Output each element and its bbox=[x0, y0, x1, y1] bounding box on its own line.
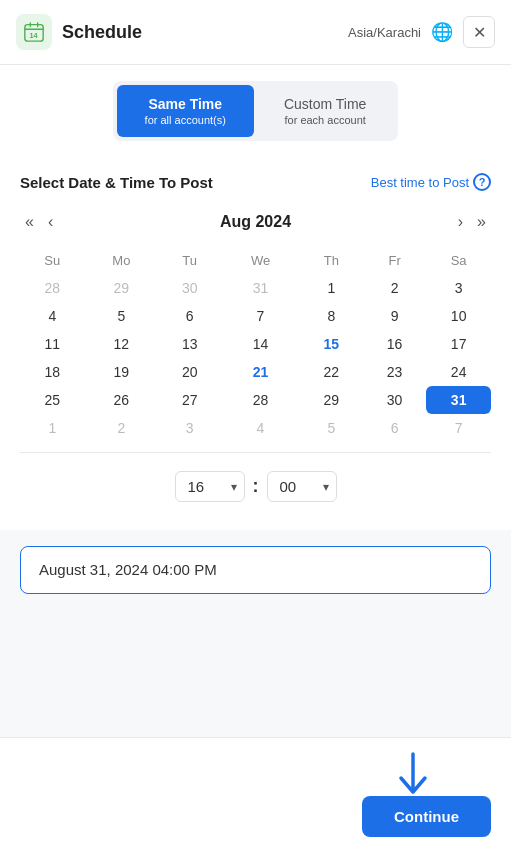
calendar-week-row: 28293031123 bbox=[20, 274, 491, 302]
toggle-section: Same Time for all account(s) Custom Time… bbox=[0, 65, 511, 157]
date-display-section: August 31, 2024 04:00 PM bbox=[0, 530, 511, 610]
minute-select[interactable]: 00153045 bbox=[267, 471, 337, 502]
svg-text:14: 14 bbox=[29, 31, 38, 40]
calendar-day-cell[interactable]: 24 bbox=[426, 358, 491, 386]
app-container: 14 Schedule Asia/Karachi 🌐 ✕ Same Time f… bbox=[0, 0, 511, 851]
calendar-day-cell[interactable]: 6 bbox=[158, 302, 221, 330]
page-title: Schedule bbox=[62, 22, 142, 43]
calendar-day-header: Su bbox=[20, 247, 85, 274]
calendar-day-cell[interactable]: 29 bbox=[300, 386, 363, 414]
calendar-day-cell[interactable]: 9 bbox=[363, 302, 426, 330]
calendar-day-cell[interactable]: 17 bbox=[426, 330, 491, 358]
calendar-day-cell[interactable]: 11 bbox=[20, 330, 85, 358]
calendar-day-cell[interactable]: 20 bbox=[158, 358, 221, 386]
calendar-week-row: 45678910 bbox=[20, 302, 491, 330]
month-year-label: Aug 2024 bbox=[220, 213, 291, 231]
calendar-day-cell[interactable]: 31 bbox=[426, 386, 491, 414]
header: 14 Schedule Asia/Karachi 🌐 ✕ bbox=[0, 0, 511, 65]
calendar-day-cell[interactable]: 2 bbox=[363, 274, 426, 302]
calendar-header-row: SuMoTuWeThFrSa bbox=[20, 247, 491, 274]
calendar-day-cell[interactable]: 7 bbox=[221, 302, 299, 330]
close-button[interactable]: ✕ bbox=[463, 16, 495, 48]
calendar-day-cell[interactable]: 15 bbox=[300, 330, 363, 358]
calendar-day-cell[interactable]: 4 bbox=[221, 414, 299, 442]
calendar-wrapper: « ‹ Aug 2024 › » SuMoTuWeThFrSa 28293031… bbox=[0, 201, 511, 530]
hour-select-wrapper: 0001020304050607080910111213141516171819… bbox=[175, 471, 245, 502]
calendar-day-cell[interactable]: 31 bbox=[221, 274, 299, 302]
calendar-day-cell[interactable]: 13 bbox=[158, 330, 221, 358]
calendar-day-cell[interactable]: 27 bbox=[158, 386, 221, 414]
calendar-divider bbox=[20, 452, 491, 453]
calendar-day-cell[interactable]: 4 bbox=[20, 302, 85, 330]
calendar-day-cell[interactable]: 1 bbox=[300, 274, 363, 302]
calendar-day-cell[interactable]: 16 bbox=[363, 330, 426, 358]
calendar-day-cell[interactable]: 7 bbox=[426, 414, 491, 442]
footer-section: Continue bbox=[0, 737, 511, 851]
calendar-day-cell[interactable]: 3 bbox=[158, 414, 221, 442]
select-date-label: Select Date & Time To Post bbox=[20, 174, 213, 191]
calendar-day-cell[interactable]: 6 bbox=[363, 414, 426, 442]
continue-button[interactable]: Continue bbox=[362, 796, 491, 837]
calendar-week-row: 25262728293031 bbox=[20, 386, 491, 414]
hour-select[interactable]: 0001020304050607080910111213141516171819… bbox=[175, 471, 245, 502]
calendar-day-cell[interactable]: 28 bbox=[20, 274, 85, 302]
calendar-day-cell[interactable]: 5 bbox=[300, 414, 363, 442]
toggle-container: Same Time for all account(s) Custom Time… bbox=[113, 81, 399, 141]
calendar-day-cell[interactable]: 14 bbox=[221, 330, 299, 358]
calendar-day-cell[interactable]: 25 bbox=[20, 386, 85, 414]
calendar-day-header: Mo bbox=[85, 247, 158, 274]
timezone-label: Asia/Karachi bbox=[348, 25, 421, 40]
calendar-day-header: Tu bbox=[158, 247, 221, 274]
next-year-button[interactable]: » bbox=[472, 211, 491, 233]
calendar-body: 2829303112345678910111213141516171819202… bbox=[20, 274, 491, 442]
calendar-day-cell[interactable]: 26 bbox=[85, 386, 158, 414]
custom-time-button[interactable]: Custom Time for each account bbox=[256, 85, 394, 137]
time-picker: 0001020304050607080910111213141516171819… bbox=[20, 471, 491, 502]
calendar-icon: 14 bbox=[16, 14, 52, 50]
calendar-day-cell[interactable]: 10 bbox=[426, 302, 491, 330]
calendar-day-cell[interactable]: 2 bbox=[85, 414, 158, 442]
calendar-grid: SuMoTuWeThFrSa 2829303112345678910111213… bbox=[20, 247, 491, 442]
calendar-nav: « ‹ Aug 2024 › » bbox=[20, 211, 491, 233]
calendar-day-cell[interactable]: 18 bbox=[20, 358, 85, 386]
prev-nav: « ‹ bbox=[20, 211, 58, 233]
calendar-day-cell[interactable]: 8 bbox=[300, 302, 363, 330]
calendar-day-header: We bbox=[221, 247, 299, 274]
prev-year-button[interactable]: « bbox=[20, 211, 39, 233]
calendar-day-cell[interactable]: 23 bbox=[363, 358, 426, 386]
calendar-week-row: 1234567 bbox=[20, 414, 491, 442]
time-colon: : bbox=[253, 476, 259, 497]
calendar-day-cell[interactable]: 22 bbox=[300, 358, 363, 386]
calendar-day-header: Fr bbox=[363, 247, 426, 274]
calendar-day-cell[interactable]: 12 bbox=[85, 330, 158, 358]
calendar-day-cell[interactable]: 1 bbox=[20, 414, 85, 442]
select-date-header: Select Date & Time To Post Best time to … bbox=[0, 157, 511, 201]
same-time-button[interactable]: Same Time for all account(s) bbox=[117, 85, 254, 137]
calendar-day-header: Th bbox=[300, 247, 363, 274]
calendar-day-cell[interactable]: 30 bbox=[363, 386, 426, 414]
calendar-week-row: 11121314151617 bbox=[20, 330, 491, 358]
date-display-box: August 31, 2024 04:00 PM bbox=[20, 546, 491, 594]
date-display-text: August 31, 2024 04:00 PM bbox=[39, 561, 217, 578]
down-arrow-icon bbox=[395, 752, 431, 800]
calendar-day-header: Sa bbox=[426, 247, 491, 274]
calendar-day-cell[interactable]: 28 bbox=[221, 386, 299, 414]
help-icon: ? bbox=[473, 173, 491, 191]
calendar-day-cell[interactable]: 21 bbox=[221, 358, 299, 386]
calendar-week-row: 18192021222324 bbox=[20, 358, 491, 386]
globe-icon[interactable]: 🌐 bbox=[431, 21, 453, 43]
prev-month-button[interactable]: ‹ bbox=[43, 211, 58, 233]
calendar-day-cell[interactable]: 19 bbox=[85, 358, 158, 386]
calendar-day-cell[interactable]: 29 bbox=[85, 274, 158, 302]
calendar-day-cell[interactable]: 5 bbox=[85, 302, 158, 330]
header-right: Asia/Karachi 🌐 ✕ bbox=[348, 16, 495, 48]
calendar-day-cell[interactable]: 30 bbox=[158, 274, 221, 302]
best-time-link[interactable]: Best time to Post ? bbox=[371, 173, 491, 191]
next-month-button[interactable]: › bbox=[453, 211, 468, 233]
header-left: 14 Schedule bbox=[16, 14, 142, 50]
minute-select-wrapper: 00153045 ▾ bbox=[267, 471, 337, 502]
next-nav: › » bbox=[453, 211, 491, 233]
calendar-day-cell[interactable]: 3 bbox=[426, 274, 491, 302]
